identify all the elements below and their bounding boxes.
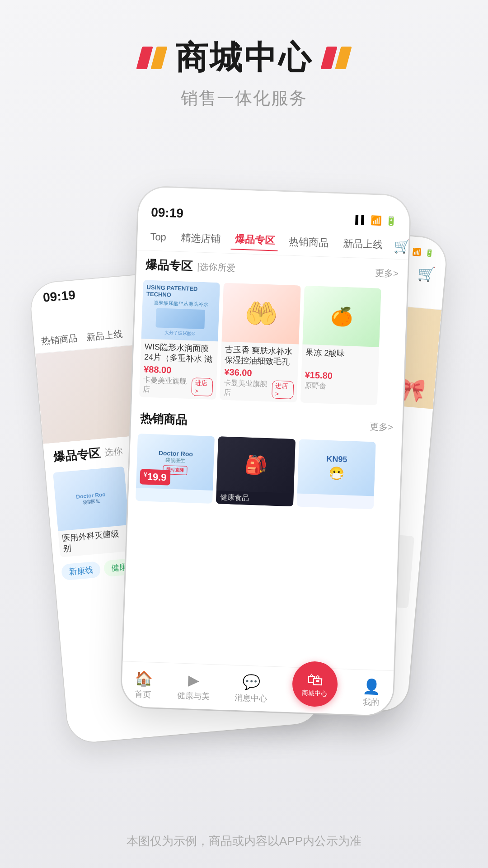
prod-info-1: WIS隐形水润面膜 24片（多重补水 滋润... ¥88.00 卡曼美业旗舰店 … <box>139 339 218 400</box>
title-row: 商城中心 <box>0 36 488 80</box>
price-small-1: ¥ <box>144 471 147 478</box>
hot-img-3: KN95 😷 <box>297 439 376 496</box>
prod-img-box-1 <box>156 308 205 329</box>
hot-product-2[interactable]: 🎒 健康食品 <box>216 436 295 506</box>
phones-container: 09:19 ▌▌ 📶 🔋 🛒 品专区 热销商品 新品上线 <box>0 137 488 806</box>
slash-yellow-right <box>335 47 352 69</box>
prod-img-3: 🍊 <box>302 286 381 347</box>
prod-img-letter: V <box>258 307 265 320</box>
app-title: 商城中心 <box>175 36 313 80</box>
front-featured-more[interactable]: 更多> <box>375 267 399 280</box>
front-hot-more[interactable]: 更多> <box>370 420 394 434</box>
back-cart-icon[interactable]: 🛒 <box>417 264 436 283</box>
page-header: 商城中心 销售一体化服务 <box>0 0 488 128</box>
mid-tab-1[interactable]: 热销商品 <box>41 330 78 349</box>
front-featured-title: 爆品专区 <box>145 257 193 274</box>
nav-label-health: 健康与美 <box>177 690 210 702</box>
featured-subtitle-text: 选你所爱 <box>199 262 236 273</box>
prod-shop-row-3: 原野食 <box>305 380 375 393</box>
tab-select-shop[interactable]: 精选店铺 <box>177 228 224 249</box>
hot-product-3[interactable]: KN95 😷 <box>297 439 376 509</box>
front-featured-sub: |选你所爱 <box>197 260 236 274</box>
hot-price-1: ¥19.9 <box>140 469 170 485</box>
prod-name-3: 果冻 2酸味 <box>305 347 375 370</box>
wifi-icon: 📶 <box>412 247 422 256</box>
front-hot-grid: Doctor Roo 袋鼠医生 限时直降 ¥19.9 🎒 健康食品 <box>128 430 402 514</box>
hot-name-2: 健康食品 <box>220 493 290 505</box>
hot-info-2: 健康食品 <box>216 491 293 506</box>
front-signal-icon: ▌▌ <box>355 215 367 225</box>
message-icon: 💬 <box>242 673 260 691</box>
battery-icon: 🔋 <box>424 248 434 258</box>
mid-prod-name-1: 医用外科灭菌级别 <box>62 528 128 554</box>
prod-info-2: 古玉香 爽肤水补水保湿控油细致毛孔定妆喷... ¥36.00 卡曼美业旗舰店 进… <box>220 341 299 402</box>
prod-img-1: USING PATENTED TECHNO 喜聚玻尿酸™从源头补水 大分子玻尿酸… <box>141 280 221 341</box>
prod-btn-2[interactable]: 进店> <box>272 380 294 399</box>
mid-label-1: 新康线 <box>61 561 101 580</box>
mid-prod-img-1: Doctor Roo 袋鼠医生 <box>53 467 129 531</box>
front-hot-title: 热销商品 <box>140 410 188 428</box>
front-cart-icon[interactable]: 🛒 <box>394 237 410 254</box>
disclaimer: 本图仅为示例，商品或内容以APP内公示为准 <box>0 824 488 858</box>
tab-bestseller[interactable]: 热销商品 <box>285 232 333 253</box>
nav-item-health[interactable]: ▶ 健康与美 <box>177 671 210 702</box>
prod-img-2: 🤲 V <box>222 283 301 344</box>
hot-img-2: 🎒 <box>216 436 295 493</box>
product-card-3[interactable]: 🍊 果冻 2酸味 ¥15.80 原野食 <box>300 286 381 406</box>
profile-icon: 👤 <box>362 677 381 695</box>
front-bottom-nav: 🏠 首页 ▶ 健康与美 💬 消息中心 🛍 商城中心 👤 我的 <box>121 661 394 716</box>
app-subtitle: 销售一体化服务 <box>0 87 488 110</box>
home-icon: 🏠 <box>134 670 153 687</box>
mid-section-title: 爆品专区 <box>53 445 101 465</box>
hot-mask-icon: 😷 <box>328 466 344 481</box>
hot-brand-cn-1: 袋鼠医生 <box>165 457 185 464</box>
front-wifi-icon: 📶 <box>371 215 382 226</box>
tab-new[interactable]: 新品上线 <box>339 234 387 255</box>
prod-brand-cn-1: 喜聚玻尿酸™从源头补水 <box>154 299 208 308</box>
nav-item-home[interactable]: 🏠 首页 <box>134 670 153 700</box>
hot-kn95-label: KN95 <box>326 454 347 465</box>
nav-item-profile[interactable]: 👤 我的 <box>362 677 381 708</box>
front-product-grid: USING PATENTED TECHNO 喜聚玻尿酸™从源头补水 大分子玻尿酸… <box>132 276 407 410</box>
nav-label-profile: 我的 <box>363 696 380 708</box>
prod-shop-row-2: 卡曼美业旗舰店 进店> <box>223 377 294 400</box>
tab-top[interactable]: Top <box>146 228 170 246</box>
mid-prod-img-1-inner: Doctor Roo 袋鼠医生 <box>76 491 107 506</box>
health-icon: ▶ <box>188 671 200 689</box>
deco-right <box>324 47 349 69</box>
mid-product-1[interactable]: Doctor Roo 袋鼠医生 医用外科灭菌级别 <box>53 467 131 557</box>
nav-item-mall[interactable]: 🛍 商城中心 <box>292 660 338 707</box>
hot-product-1[interactable]: Doctor Roo 袋鼠医生 限时直降 ¥19.9 <box>136 434 215 504</box>
deco-left <box>139 47 164 69</box>
product-card-2[interactable]: 🤲 V 古玉香 爽肤水补水保湿控油细致毛孔定妆喷... ¥36.00 卡曼美业旗… <box>220 283 300 403</box>
slash-red-left <box>136 47 153 69</box>
prod-info-3: 果冻 2酸味 ¥15.80 原野食 <box>300 344 379 396</box>
nav-item-message[interactable]: 💬 消息中心 <box>235 673 268 703</box>
mid-section-sub: 选你 <box>104 445 123 459</box>
hot-img-1: Doctor Roo 袋鼠医生 限时直降 ¥19.9 <box>136 434 215 491</box>
mid-time: 09:19 <box>42 288 76 305</box>
front-battery-icon: 🔋 <box>385 215 397 226</box>
front-status-icons: ▌▌ 📶 🔋 <box>355 214 397 226</box>
prod-btn-1[interactable]: 进店> <box>191 377 213 396</box>
hot-brand-1: Doctor Roo <box>159 449 193 458</box>
slash-yellow-left <box>150 47 167 69</box>
nav-label-home: 首页 <box>135 689 151 700</box>
prod-desc-1: 大分子玻尿酸® <box>164 330 195 337</box>
prod-shop-row-1: 卡曼美业旗舰店 进店> <box>143 374 213 396</box>
slash-red-right <box>320 47 337 69</box>
mall-icon: 🛍 <box>307 670 324 689</box>
prod-shop-1: 卡曼美业旗舰店 <box>143 375 190 396</box>
nav-label-mall: 商城中心 <box>302 689 328 698</box>
phone-front: 09:19 ▌▌ 📶 🔋 Top 精选店铺 爆品专区 热销商品 新品上线 🛒 爆… <box>121 187 410 716</box>
prod-shop-2: 卡曼美业旗舰店 <box>223 378 270 399</box>
prod-name-1: WIS隐形水润面膜 24片（多重补水 滋润... <box>144 342 215 365</box>
prod-brand-1: USING PATENTED TECHNO <box>146 284 216 300</box>
product-card-1[interactable]: USING PATENTED TECHNO 喜聚玻尿酸™从源头补水 大分子玻尿酸… <box>139 280 220 400</box>
page-wrapper: 商城中心 销售一体化服务 09:19 ▌▌ 📶 🔋 <box>0 0 488 868</box>
tab-hot-products[interactable]: 爆品专区 <box>231 230 278 251</box>
nav-label-message: 消息中心 <box>235 692 267 703</box>
mid-prod-info-1: 医用外科灭菌级别 <box>58 525 131 557</box>
mid-tab-2[interactable]: 新品上线 <box>86 326 123 345</box>
prod-shop-3: 原野食 <box>305 381 327 392</box>
